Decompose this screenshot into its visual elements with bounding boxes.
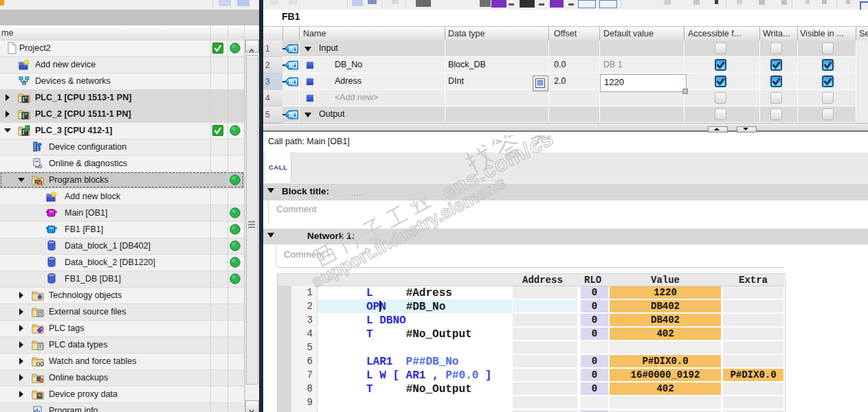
- svg-text:support.industry.siemens: support.industry.siemens: [308, 172, 509, 292]
